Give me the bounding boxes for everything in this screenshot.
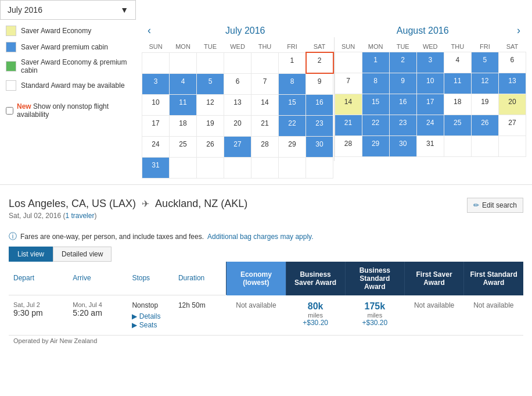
day-header: FRI xyxy=(279,41,306,52)
calendar-day[interactable]: 23 xyxy=(306,115,333,136)
calendar-day[interactable]: 14 xyxy=(335,94,362,115)
calendar-day[interactable]: 9 xyxy=(389,73,416,94)
calendar-day[interactable]: 18 xyxy=(444,94,471,115)
arrive-date: Mon, Jul 4 xyxy=(73,301,123,308)
legend-panel: Saver Award Economy Saver Award premium … xyxy=(0,20,136,179)
month-selector-label: July 2016 xyxy=(8,5,42,15)
calendar-day[interactable]: 13 xyxy=(498,73,526,94)
calendar-day[interactable]: 30 xyxy=(389,136,416,157)
calendar-day[interactable]: 28 xyxy=(251,136,279,157)
calendar-day[interactable]: 5 xyxy=(471,52,498,73)
day-header: WED xyxy=(416,41,444,52)
list-view-tab[interactable]: List view xyxy=(9,247,53,262)
calendar-day[interactable]: 19 xyxy=(471,94,498,115)
flight-arrive: Mon, Jul 4 5:20 am xyxy=(68,295,127,336)
calendar-day[interactable]: 25 xyxy=(170,136,197,157)
calendar-day[interactable]: 8 xyxy=(362,73,389,94)
calendar-day[interactable]: 7 xyxy=(251,73,279,94)
calendar-day[interactable]: 31 xyxy=(416,136,444,157)
calendar-day[interactable]: 6 xyxy=(498,52,526,73)
calendar-day[interactable]: 3 xyxy=(416,52,444,73)
calendar-day[interactable]: 12 xyxy=(197,94,224,115)
calendar-day[interactable]: 22 xyxy=(362,115,389,136)
day-header: TUE xyxy=(197,41,224,52)
bag-charges-link[interactable]: Additional bag charges may apply. xyxy=(207,233,314,241)
calendar-day[interactable]: 22 xyxy=(279,115,306,136)
calendar-day[interactable]: 20 xyxy=(498,94,526,115)
legend-item-green: Saver Award Economy & premium cabin xyxy=(6,58,130,74)
calendar-day[interactable]: 2 xyxy=(306,52,333,73)
calendar-day[interactable]: 12 xyxy=(471,73,498,94)
calendar-day[interactable]: 8 xyxy=(279,73,306,94)
day-header: THU xyxy=(444,41,471,52)
details-link[interactable]: ▶ Details xyxy=(132,312,160,320)
prev-month-arrow[interactable]: ‹ xyxy=(142,24,157,37)
calendar-day[interactable]: 15 xyxy=(362,94,389,115)
calendar-day[interactable]: 21 xyxy=(251,115,279,136)
detailed-view-tab[interactable]: Detailed view xyxy=(53,247,112,262)
legend-text-saver-both: Saver Award Economy & premium cabin xyxy=(21,58,130,74)
calendar-day xyxy=(444,136,471,157)
calendar-day[interactable]: 26 xyxy=(197,136,224,157)
edit-icon: ✏ xyxy=(473,201,479,209)
calendar-day[interactable]: 5 xyxy=(197,73,224,94)
calendar-day[interactable]: 4 xyxy=(170,73,197,94)
calendar-day[interactable]: 31 xyxy=(142,157,170,178)
calendar-day[interactable]: 10 xyxy=(142,94,170,115)
seats-link[interactable]: ▶ Seats xyxy=(132,321,157,329)
origin-city: Los Angeles, CA, US (LAX) xyxy=(9,198,136,210)
calendar-day[interactable]: 6 xyxy=(224,73,251,94)
calendar-day[interactable]: 26 xyxy=(471,115,498,136)
calendar-day[interactable]: 4 xyxy=(444,52,471,73)
calendar-day[interactable]: 17 xyxy=(142,115,170,136)
calendar-day[interactable]: 29 xyxy=(279,136,306,157)
calendar-day[interactable]: 11 xyxy=(444,73,471,94)
calendar-day[interactable]: 21 xyxy=(335,115,362,136)
calendar-day[interactable]: 27 xyxy=(224,136,251,157)
legend-item-yellow: Saver Award Economy xyxy=(6,26,130,36)
calendar-day[interactable]: 1 xyxy=(279,52,306,73)
calendar-day xyxy=(251,52,279,73)
edit-search-button[interactable]: ✏ Edit search xyxy=(467,198,523,213)
july-calendar: ‹ July 2016 SUNMONTUEWEDTHUFRISAT 123456… xyxy=(142,20,334,179)
calendar-day[interactable]: 10 xyxy=(416,73,444,94)
calendar-day[interactable]: 24 xyxy=(416,115,444,136)
month-selector[interactable]: July 2016 ▼ xyxy=(0,0,136,20)
legend-text-saver-premium: Saver Award premium cabin xyxy=(21,43,108,51)
next-month-arrow[interactable]: › xyxy=(511,24,526,37)
calendar-day[interactable]: 25 xyxy=(444,115,471,136)
calendar-day[interactable]: 16 xyxy=(306,94,333,115)
calendar-day[interactable]: 30 xyxy=(306,136,333,157)
calendar-day[interactable]: 23 xyxy=(389,115,416,136)
col-header-business-saver: Business Saver Award xyxy=(286,262,345,295)
calendar-day xyxy=(142,52,170,73)
calendar-day[interactable]: 19 xyxy=(197,115,224,136)
calendar-day[interactable]: 16 xyxy=(389,94,416,115)
calendar-day[interactable]: 15 xyxy=(279,94,306,115)
route-cities: Los Angeles, CA, US (LAX) ✈ Auckland, NZ… xyxy=(9,198,247,210)
calendar-day[interactable]: 1 xyxy=(362,52,389,73)
calendar-day[interactable]: 2 xyxy=(389,52,416,73)
calendar-day xyxy=(170,157,197,178)
calendar-day[interactable]: 3 xyxy=(142,73,170,94)
calendar-day[interactable]: 13 xyxy=(224,94,251,115)
calendar-day[interactable]: 9 xyxy=(306,73,333,94)
economy-price: Not available xyxy=(227,295,286,336)
calendar-day[interactable]: 20 xyxy=(224,115,251,136)
calendar-day[interactable]: 14 xyxy=(251,94,279,115)
calendar-day[interactable]: 29 xyxy=(362,136,389,157)
calendar-day[interactable]: 7 xyxy=(335,73,362,94)
fares-notice: ⓘ Fares are one-way, per person, and inc… xyxy=(0,227,532,247)
legend-text-saver-economy: Saver Award Economy xyxy=(21,27,91,35)
col-header-depart: Depart xyxy=(9,262,68,295)
calendar-day xyxy=(224,52,251,73)
operated-by: Operated by Air New Zealand xyxy=(9,336,523,347)
nonstop-checkbox[interactable] xyxy=(6,107,13,115)
calendar-day[interactable]: 18 xyxy=(170,115,197,136)
calendar-day[interactable]: 17 xyxy=(416,94,444,115)
calendar-day[interactable]: 28 xyxy=(335,136,362,157)
legend-item-blue: Saver Award premium cabin xyxy=(6,42,130,52)
calendar-day[interactable]: 11 xyxy=(170,94,197,115)
calendar-day[interactable]: 27 xyxy=(498,115,526,136)
calendar-day[interactable]: 24 xyxy=(142,136,170,157)
